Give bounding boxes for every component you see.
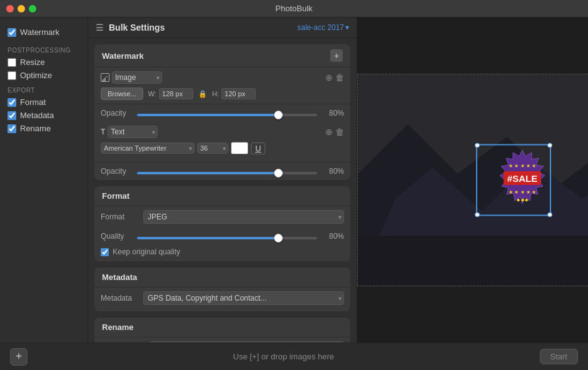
text-opacity-value: 80% bbox=[322, 167, 344, 176]
font-family-wrapper[interactable]: American Typewriter Helvetica Arial bbox=[101, 142, 195, 154]
minimize-button[interactable] bbox=[18, 5, 25, 12]
export-section-label: EXPORT bbox=[5, 82, 83, 96]
plus-icon: + bbox=[16, 350, 23, 363]
rename-label: Rename bbox=[20, 124, 51, 133]
image-type-dropdown[interactable]: Image Text bbox=[112, 71, 162, 84]
format-section-title: Format bbox=[102, 191, 129, 201]
text-opacity-row: Opacity 80% bbox=[94, 162, 350, 180]
sidebar-item-resize[interactable]: Resize bbox=[5, 56, 83, 69]
height-group: H: bbox=[212, 88, 256, 99]
text-type-select-wrapper[interactable]: Text Image bbox=[108, 126, 158, 138]
bottom-bar: + Use [+] or drop images here Start bbox=[0, 342, 588, 370]
format-select[interactable]: JPEG PNG TIFF HEIC bbox=[143, 210, 344, 224]
watermark-checkbox[interactable] bbox=[8, 28, 16, 37]
svg-text:◆ ◆ ◆: ◆ ◆ ◆ bbox=[516, 198, 529, 202]
keep-quality-label: Keep original quality bbox=[113, 248, 180, 256]
sidebar-item-optimize[interactable]: Optimize bbox=[5, 69, 83, 82]
quality-value: 80% bbox=[322, 232, 344, 241]
bulk-settings-title: Bulk Settings bbox=[109, 22, 165, 32]
metadata-section: Metadata Metadata GPS Data, Copyright an… bbox=[94, 268, 350, 311]
main-layout: Watermark POSTPROCESSING Resize Optimize… bbox=[0, 18, 588, 342]
image-opacity-slider-container bbox=[137, 108, 317, 119]
svg-text:★ ★ ★ ★ ★: ★ ★ ★ ★ ★ bbox=[509, 189, 536, 195]
optimize-label: Optimize bbox=[20, 71, 52, 80]
metadata-section-header: Metadata bbox=[94, 268, 350, 288]
image-opacity-value: 80% bbox=[322, 109, 344, 118]
text-wm-copy-button[interactable]: ⊕ bbox=[325, 127, 333, 137]
width-group: W: bbox=[148, 88, 193, 99]
bulk-header-left: ☰ Bulk Settings bbox=[96, 22, 165, 32]
resize-checkbox[interactable] bbox=[8, 58, 16, 67]
start-button[interactable]: Start bbox=[540, 349, 578, 364]
keep-quality-row: Keep original quality bbox=[94, 245, 350, 261]
metadata-row: Metadata GPS Data, Copyright and Contact… bbox=[94, 288, 350, 311]
font-size-wrapper[interactable]: 36 12 24 48 bbox=[197, 142, 228, 154]
chevron-down-icon: ▾ bbox=[345, 23, 349, 32]
format-section: Format Format JPEG PNG TIFF HEIC Quality bbox=[94, 186, 350, 261]
metadata-select-wrapper[interactable]: GPS Data, Copyright and Contact... All m… bbox=[143, 291, 344, 305]
sidebar-item-watermark[interactable]: Watermark bbox=[5, 25, 83, 39]
metadata-label: Metadata bbox=[101, 294, 138, 302]
text-font-row: American Typewriter Helvetica Arial 36 1… bbox=[101, 142, 344, 154]
text-type-dropdown[interactable]: Text Image bbox=[108, 126, 158, 138]
text-type-select: T Text Image bbox=[101, 126, 158, 138]
format-checkbox[interactable] bbox=[8, 98, 16, 107]
quality-row: Quality 80% bbox=[94, 228, 350, 245]
add-images-button[interactable]: + bbox=[10, 348, 28, 366]
watermark-section-title: Watermark bbox=[102, 51, 144, 61]
watermark-add-button[interactable]: + bbox=[330, 49, 343, 62]
image-wm-controls: Browse... W: 🔒 H: bbox=[101, 88, 344, 100]
sidebar-item-metadata[interactable]: Metadata bbox=[5, 109, 83, 122]
underline-button[interactable]: U bbox=[251, 142, 265, 154]
watermark-section: Watermark + Image Text bbox=[94, 44, 350, 180]
sidebar-item-format[interactable]: Format bbox=[5, 96, 83, 109]
image-type-select-wrapper[interactable]: Image Text bbox=[112, 71, 162, 84]
height-input[interactable] bbox=[221, 88, 256, 99]
sidebar-item-rename[interactable]: Rename bbox=[5, 122, 83, 135]
width-input[interactable] bbox=[159, 88, 193, 99]
format-section-header: Format bbox=[94, 186, 350, 206]
image-icon bbox=[101, 73, 109, 82]
format-label: Format bbox=[20, 98, 46, 107]
quality-slider[interactable] bbox=[137, 237, 317, 239]
preset-button[interactable]: sale-acc 2017 ▾ bbox=[297, 23, 349, 32]
bulk-icon: ☰ bbox=[96, 22, 104, 32]
metadata-checkbox[interactable] bbox=[8, 111, 16, 120]
close-button[interactable] bbox=[6, 5, 14, 12]
svg-text:#SALE: #SALE bbox=[507, 173, 537, 184]
rename-checkbox[interactable] bbox=[8, 124, 16, 133]
svg-text:★ ★ ★ ★ ★: ★ ★ ★ ★ ★ bbox=[509, 163, 536, 169]
image-wm-delete-button[interactable]: 🗑 bbox=[335, 72, 344, 82]
format-select-wrapper[interactable]: JPEG PNG TIFF HEIC bbox=[143, 210, 344, 224]
titlebar: PhotoBulk bbox=[0, 0, 588, 18]
optimize-checkbox[interactable] bbox=[8, 71, 16, 80]
format-format-row: Format JPEG PNG TIFF HEIC bbox=[94, 206, 350, 228]
metadata-select[interactable]: GPS Data, Copyright and Contact... All m… bbox=[143, 291, 344, 305]
width-label: W: bbox=[148, 90, 156, 98]
font-family-select[interactable]: American Typewriter Helvetica Arial bbox=[101, 142, 195, 154]
image-wm-icons: ⊕ 🗑 bbox=[325, 72, 344, 82]
text-type-row: T Text Image ⊕ 🗑 bbox=[101, 126, 344, 138]
font-size-select[interactable]: 36 12 24 48 bbox=[197, 142, 228, 154]
quality-slider-container bbox=[137, 231, 317, 242]
text-opacity-slider[interactable] bbox=[137, 172, 317, 174]
text-wm-delete-button[interactable]: 🗑 bbox=[335, 127, 344, 137]
keep-quality-checkbox[interactable] bbox=[101, 248, 109, 256]
image-opacity-slider[interactable] bbox=[137, 114, 317, 116]
image-opacity-label: Opacity bbox=[101, 109, 132, 118]
watermark-section-header: Watermark + bbox=[94, 44, 350, 68]
image-wm-copy-button[interactable]: ⊕ bbox=[325, 72, 333, 82]
rename-name-row: Name bbox=[94, 338, 350, 342]
text-color-swatch[interactable] bbox=[231, 142, 248, 154]
browse-button[interactable]: Browse... bbox=[101, 88, 143, 100]
lock-icon: 🔒 bbox=[198, 90, 207, 98]
maximize-button[interactable] bbox=[29, 5, 36, 12]
image-type-row: Image Text ⊕ 🗑 bbox=[101, 71, 344, 84]
metadata-label: Metadata bbox=[20, 111, 54, 120]
quality-label: Quality bbox=[101, 232, 132, 241]
text-icon: T bbox=[101, 128, 105, 136]
format-format-label: Format bbox=[101, 212, 138, 221]
drop-hint: Use [+] or drop images here bbox=[233, 352, 335, 361]
preset-label: sale-acc 2017 bbox=[297, 23, 344, 32]
app-title: PhotoBulk bbox=[275, 4, 312, 13]
